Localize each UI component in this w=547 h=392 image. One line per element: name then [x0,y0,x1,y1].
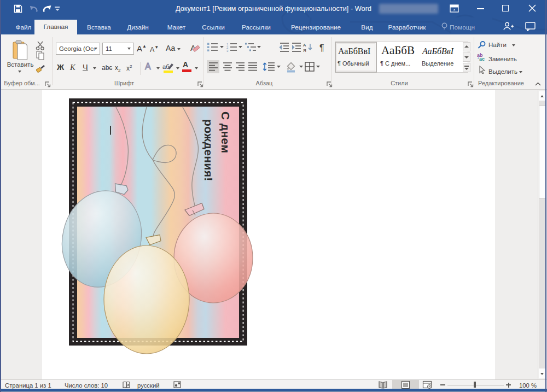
svg-text:А: А [303,43,306,48]
svg-text:С днем: С днем [219,112,232,153]
svg-text:Я: Я [303,48,306,53]
svg-text:ac: ac [479,56,485,61]
svg-text:¶: ¶ [319,43,324,52]
svg-text:аб: аб [162,63,169,70]
svg-text:рождения!: рождения! [202,119,215,182]
svg-text:3: 3 [226,49,229,52]
